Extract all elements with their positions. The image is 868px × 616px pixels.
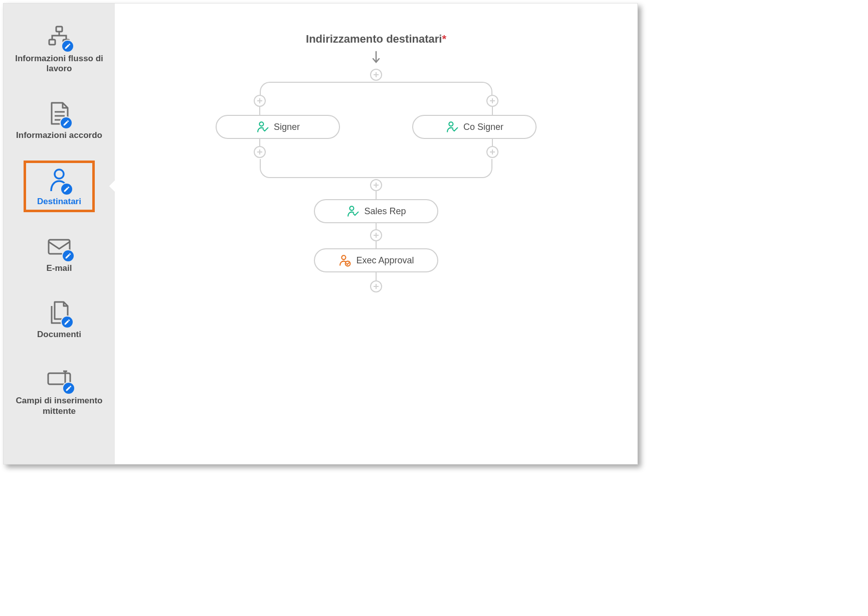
canvas-title-text: Indirizzamento destinatari xyxy=(306,33,442,45)
envelope-icon xyxy=(47,232,72,260)
approver-icon xyxy=(338,254,351,267)
node-label: Co Signer xyxy=(463,122,503,132)
canvas-title: Indirizzamento destinatari* xyxy=(306,33,446,46)
svg-rect-5 xyxy=(48,373,70,384)
add-step-after-exec-button[interactable] xyxy=(370,280,382,292)
recipient-routing-canvas: Indirizzamento destinatari* Signer xyxy=(115,4,637,464)
svg-rect-4 xyxy=(49,240,70,254)
arrow-down-icon xyxy=(372,51,381,64)
sidebar: Informazioni flusso di lavoro Informazio… xyxy=(4,4,115,464)
connector xyxy=(376,191,377,199)
required-marker: * xyxy=(442,33,446,45)
sidebar-item-label: Informazioni accordo xyxy=(16,130,102,140)
sidebar-item-label: Informazioni flusso di lavoro xyxy=(11,54,108,74)
sidebar-item-documents[interactable]: Documenti xyxy=(4,289,115,349)
add-step-button[interactable] xyxy=(370,69,382,81)
connector xyxy=(376,241,377,248)
node-salesrep[interactable]: Sales Rep xyxy=(314,199,438,223)
add-parallel-right-button[interactable] xyxy=(486,95,498,107)
svg-point-6 xyxy=(259,122,263,126)
field-icon xyxy=(46,365,72,393)
connector xyxy=(259,107,260,115)
sidebar-item-workflow-info[interactable]: Informazioni flusso di lavoro xyxy=(4,14,115,83)
svg-rect-1 xyxy=(49,40,55,45)
document-lines-icon xyxy=(49,99,70,127)
sidebar-item-emails[interactable]: E-mail xyxy=(4,223,115,282)
connector xyxy=(376,272,377,280)
sidebar-item-label: E-mail xyxy=(46,263,72,273)
node-label: Exec Approval xyxy=(356,255,414,266)
signer-icon xyxy=(346,205,359,218)
sidebar-item-label: Campi di inserimento mittente xyxy=(11,396,108,416)
node-label: Signer xyxy=(274,122,300,132)
parallel-bracket-bottom xyxy=(260,159,492,178)
person-icon xyxy=(48,166,70,194)
node-label: Sales Rep xyxy=(364,206,406,217)
node-signer[interactable]: Signer xyxy=(216,115,340,139)
svg-point-9 xyxy=(342,255,346,259)
svg-rect-0 xyxy=(56,27,62,32)
parallel-bracket-top xyxy=(260,82,492,101)
svg-rect-2 xyxy=(63,40,69,45)
documents-icon xyxy=(48,298,71,327)
add-step-after-salesrep-button[interactable] xyxy=(370,229,382,241)
app-window: Informazioni flusso di lavoro Informazio… xyxy=(3,3,638,465)
node-exec-approval[interactable]: Exec Approval xyxy=(314,248,438,272)
connector xyxy=(492,107,493,115)
add-after-cosigner-button[interactable] xyxy=(486,146,498,158)
svg-point-3 xyxy=(55,170,64,179)
add-after-signer-button[interactable] xyxy=(254,146,266,158)
svg-point-8 xyxy=(350,206,354,210)
sidebar-item-agreement-info[interactable]: Informazioni accordo xyxy=(4,90,115,149)
add-parallel-left-button[interactable] xyxy=(254,95,266,107)
node-cosigner[interactable]: Co Signer xyxy=(412,115,537,139)
signer-icon xyxy=(445,120,458,133)
sidebar-item-label: Documenti xyxy=(37,330,81,340)
sidebar-item-recipients[interactable]: Destinatari xyxy=(4,157,115,216)
signer-icon xyxy=(256,120,269,133)
workflow-icon xyxy=(47,23,71,51)
sidebar-item-sender-fields[interactable]: Campi di inserimento mittente xyxy=(4,356,115,425)
add-step-after-parallel-button[interactable] xyxy=(370,179,382,191)
svg-point-7 xyxy=(449,122,453,126)
